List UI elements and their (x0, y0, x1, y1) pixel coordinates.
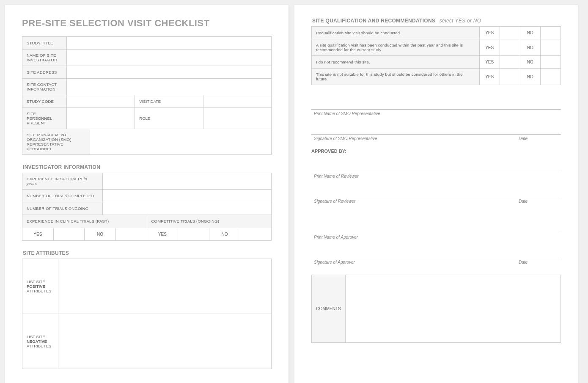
checkbox-ongoing-no[interactable] (240, 228, 272, 240)
qual-0-yes-box[interactable] (500, 27, 520, 39)
label-site-contact: SITE CONTACT INFORMATION (22, 79, 67, 95)
input-site-address[interactable] (67, 66, 272, 79)
qual-1-yes-label: YES (479, 39, 500, 56)
input-smo-rep[interactable] (90, 129, 272, 155)
label-smo-print: Print Name of SMO Representative (314, 111, 561, 116)
input-comments[interactable] (346, 275, 561, 343)
qual-1-no-box[interactable] (540, 39, 561, 56)
input-study-code[interactable] (67, 95, 135, 108)
page-title: PRE-SITE SELECTION VISIT CHECKLIST (22, 18, 272, 29)
qual-0-no-label: NO (520, 27, 540, 39)
qual-2-yes-box[interactable] (500, 56, 520, 69)
input-investigator[interactable] (67, 50, 272, 66)
checkbox-past-yes[interactable] (53, 228, 85, 240)
input-personnel[interactable] (67, 108, 135, 129)
label-investigator: NAME OF SITE INVESTIGATOR (22, 50, 67, 66)
qual-item-1: A site qualification visit has been cond… (312, 39, 480, 56)
reviewer-signature-block: Print Name of Reviewer Signature of Revi… (311, 160, 561, 204)
label-positive-attributes: LIST SITE POSITIVE ATTRIBUTES (22, 259, 58, 314)
qual-3-yes-box[interactable] (500, 69, 520, 85)
label-past-no: NO (85, 228, 116, 240)
input-study-title[interactable] (67, 37, 272, 50)
input-trials-ongoing[interactable] (103, 202, 272, 215)
qual-0-no-box[interactable] (540, 27, 561, 39)
sig-line-smo-sign[interactable] (311, 122, 561, 135)
page-left: PRE-SITE SELECTION VISIT CHECKLIST STUDY… (5, 5, 289, 383)
checkbox-past-no[interactable] (115, 228, 147, 240)
sig-line-rev-print[interactable] (311, 160, 561, 172)
label-experience-specialty: EXPERIENCE IN SPECIALTY in years (22, 173, 103, 190)
label-smo-date: Date (519, 136, 561, 141)
qual-item-2: I do not recommend this site. (312, 56, 480, 69)
qualification-table: Requalification site visit should be con… (311, 26, 561, 85)
input-role[interactable] (203, 108, 271, 129)
input-trials-completed[interactable] (103, 190, 272, 202)
sig-line-rev-sign[interactable] (311, 185, 561, 197)
label-role: ROLE (135, 108, 203, 129)
label-past-yes: YES (22, 228, 54, 240)
checkbox-ongoing-yes[interactable] (178, 228, 209, 240)
qual-3-yes-label: YES (479, 69, 500, 85)
page-right: SITE QUALIFICATION AND RECOMMENDATIONS s… (294, 5, 578, 383)
qual-item-0: Requalification site visit should be con… (312, 27, 480, 39)
investigator-info-table: EXPERIENCE IN SPECIALTY in years NUMBER … (22, 173, 272, 215)
investigator-info-header: INVESTIGATOR INFORMATION (23, 164, 272, 170)
input-site-contact[interactable] (67, 79, 272, 95)
label-negative-attributes: LIST SITE NEGATIVE ATTRIBUTES (22, 314, 58, 369)
qual-3-no-box[interactable] (540, 69, 561, 85)
qual-0-yes-label: YES (479, 27, 500, 39)
label-study-code: STUDY CODE (22, 95, 67, 108)
label-rev-print: Print Name of Reviewer (314, 174, 561, 179)
label-site-address: SITE ADDRESS (22, 66, 67, 79)
qual-3-no-label: NO (520, 69, 540, 85)
site-attributes-table: LIST SITE POSITIVE ATTRIBUTES LIST SITE … (22, 259, 272, 369)
approver-signature-block: Print Name of Approver Signature of Appr… (311, 220, 561, 265)
label-ongoing-yes: YES (147, 228, 178, 240)
experience-options-table: EXPERIENCE IN CLINICAL TRIALS (PAST) COM… (22, 215, 272, 241)
label-ongoing-no: NO (209, 228, 240, 240)
input-visit-date[interactable] (203, 95, 271, 108)
label-experience-past: EXPERIENCE IN CLINICAL TRIALS (PAST) (22, 215, 147, 228)
study-info-table: STUDY TITLE NAME OF SITE INVESTIGATOR SI… (22, 36, 272, 129)
approved-by-header: APPROVED BY: (311, 149, 561, 154)
label-trials-ongoing: NUMBER OF TRIALS ONGOING (22, 202, 103, 215)
label-visit-date: VISIT DATE (135, 95, 203, 108)
label-app-print: Print Name of Approver (314, 235, 561, 240)
label-comments: COMMENTS (312, 275, 346, 343)
sig-line-app-sign[interactable] (311, 245, 561, 258)
smo-table: SITE MANAGEMENT ORGANIZATION (SMO) REPRE… (22, 129, 272, 155)
smo-signature-block: Print Name of SMO Representative Signatu… (311, 97, 561, 141)
qual-2-yes-label: YES (479, 56, 500, 69)
qual-1-yes-box[interactable] (500, 39, 520, 56)
qual-item-3: This site is not suitable for this study… (312, 69, 480, 85)
label-smo-sign: Signature of SMO Representative (314, 136, 459, 141)
sig-line-smo-print[interactable] (311, 97, 561, 110)
label-trials-completed: NUMBER OF TRIALS COMPLETED (22, 190, 103, 202)
qual-2-no-label: NO (520, 56, 540, 69)
label-competitive-ongoing: COMPETITIVE TRIALS (ONGOING) (147, 215, 272, 228)
input-positive-attributes[interactable] (58, 259, 272, 314)
qual-1-no-label: NO (520, 39, 540, 56)
label-app-sign: Signature of Approver (314, 260, 459, 265)
comments-table: COMMENTS (311, 275, 561, 343)
label-personnel: SITE PERSONNEL PRESENT (22, 108, 67, 129)
qualification-header: SITE QUALIFICATION AND RECOMMENDATIONS s… (312, 18, 561, 24)
sig-line-app-print[interactable] (311, 220, 561, 233)
label-rev-date: Date (519, 199, 561, 204)
label-rev-sign: Signature of Reviewer (314, 199, 459, 204)
label-smo-rep: SITE MANAGEMENT ORGANIZATION (SMO) REPRE… (22, 129, 90, 155)
input-negative-attributes[interactable] (58, 314, 272, 369)
label-app-date: Date (519, 260, 561, 265)
label-study-title: STUDY TITLE (22, 37, 67, 50)
site-attributes-header: SITE ATTRIBUTES (23, 250, 272, 256)
input-experience-specialty[interactable] (103, 173, 272, 190)
qual-2-no-box[interactable] (540, 56, 561, 69)
